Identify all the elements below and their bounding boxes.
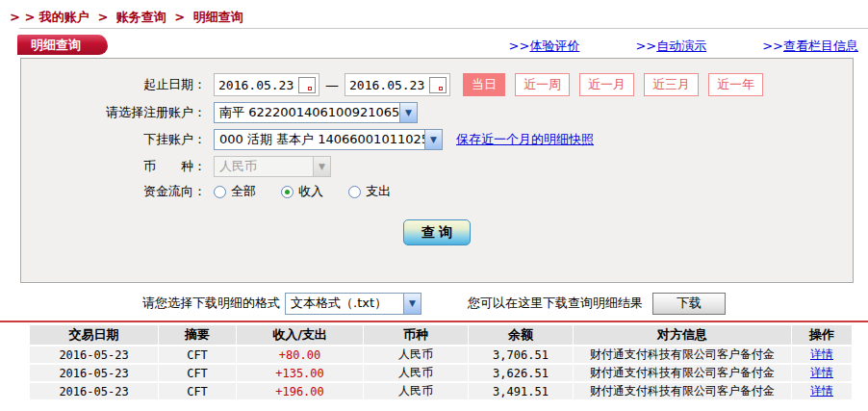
- link-view-column-info[interactable]: >>查看栏目信息: [762, 38, 858, 55]
- flow-radio-expense[interactable]: 支出: [348, 183, 391, 200]
- cell-counterparty: 财付通支付科技有限公司客户备付金: [574, 347, 791, 363]
- breadcrumb-divider: [19, 28, 868, 29]
- breadcrumb-item-my-account[interactable]: 我的账户: [39, 10, 89, 24]
- cell-balance: 3,706.51: [469, 347, 573, 363]
- table-top-divider: [0, 321, 868, 322]
- col-header-date: 交易日期: [30, 325, 158, 345]
- breadcrumb-separator: >: [97, 10, 108, 24]
- cell-currency: 人民币: [364, 383, 468, 399]
- calendar-icon-today-dot: [439, 87, 443, 90]
- calendar-icon[interactable]: [298, 77, 316, 93]
- page: > > 我的账户 > 账务查询 > 明细查询 明细查询 >>体验评价 >>自动演…: [0, 0, 868, 411]
- download-row: 请您选择下载明细的格式 文本格式（.txt） ▼ 您可以在这里下载查询明细结果 …: [0, 291, 868, 316]
- flow-option-label: 收入: [298, 183, 323, 200]
- flow-radio-income[interactable]: 收入: [281, 183, 323, 200]
- range-week-button[interactable]: 近一周: [515, 73, 570, 96]
- cell-summary: CFT: [159, 347, 236, 363]
- cell-currency: 人民币: [364, 365, 468, 381]
- col-header-counterparty: 对方信息: [574, 325, 791, 345]
- flow-option-label: 全部: [231, 183, 256, 200]
- link-label: 体验评价: [529, 39, 579, 53]
- cell-date: 2016-05-23: [30, 383, 158, 399]
- registered-account-row: 请选择注册账户： 南平 6222001406100921065 灵通卡 ▼: [21, 102, 853, 123]
- detail-link[interactable]: 详情: [810, 347, 833, 361]
- table-row: 2016-05-23 CFT +196.00 人民币 3,491.51 财付通支…: [30, 383, 852, 399]
- cell-amount: +80.00: [237, 347, 363, 363]
- currency-select-disabled: 人民币 ▼: [214, 156, 331, 177]
- cell-counterparty: 财付通支付科技有限公司客户备付金: [574, 383, 791, 399]
- detail-link[interactable]: 详情: [810, 384, 833, 398]
- cell-balance: 3,491.51: [469, 383, 573, 399]
- sub-account-select[interactable]: 000 活期 基本户 1406600101102571848 ▼: [214, 129, 443, 150]
- range-today-button[interactable]: 当日: [463, 73, 505, 96]
- download-format-select[interactable]: 文本格式（.txt） ▼: [285, 293, 421, 315]
- link-label: 查看栏目信息: [783, 39, 858, 53]
- registered-account-label: 请选择注册账户：: [21, 104, 206, 121]
- radio-checked-icon[interactable]: [281, 186, 294, 198]
- breadcrumb-item-account-query[interactable]: 账务查询: [116, 10, 166, 24]
- cell-action: 详情: [792, 365, 852, 381]
- breadcrumb-separator: >: [174, 10, 185, 24]
- detail-link[interactable]: 详情: [810, 366, 833, 379]
- range-year-button[interactable]: 近一年: [708, 73, 763, 96]
- radio-icon[interactable]: [214, 186, 226, 198]
- sub-account-value: 000 活期 基本户 1406600101102571848: [215, 131, 424, 148]
- flow-radio-all[interactable]: 全部: [214, 183, 256, 200]
- col-header-action: 操作: [792, 325, 852, 345]
- chevron-down-icon: ▼: [313, 157, 330, 176]
- link-auto-demo[interactable]: >>自动演示: [635, 38, 706, 55]
- calendar-icon-today-dot: [308, 87, 312, 90]
- registered-account-select[interactable]: 南平 6222001406100921065 灵通卡 ▼: [214, 102, 418, 123]
- header-links: >>体验评价 >>自动演示 >>查看栏目信息: [509, 38, 868, 55]
- date-to-input[interactable]: [349, 77, 424, 92]
- cell-counterparty: 财付通支付科技有限公司客户备付金: [574, 365, 791, 381]
- currency-row: 币 种： 人民币 ▼: [21, 156, 853, 177]
- breadcrumb-item-detail-query[interactable]: 明细查询: [193, 10, 243, 24]
- download-button[interactable]: 下载: [652, 293, 726, 315]
- registered-account-value: 南平 6222001406100921065 灵通卡: [215, 104, 399, 121]
- date-from-field[interactable]: [214, 73, 319, 96]
- date-to-field[interactable]: [345, 73, 450, 96]
- currency-value: 人民币: [215, 158, 313, 175]
- sub-account-label: 下挂账户：: [21, 131, 206, 148]
- col-header-currency: 币种: [364, 325, 468, 345]
- link-prefix: >>: [635, 39, 656, 53]
- chevron-down-icon[interactable]: ▼: [403, 294, 421, 314]
- link-experience-review[interactable]: >>体验评价: [509, 38, 580, 55]
- date-from-input[interactable]: [218, 77, 294, 92]
- breadcrumb: > > 我的账户 > 账务查询 > 明细查询: [0, 0, 868, 23]
- col-header-summary: 摘要: [159, 325, 236, 345]
- transactions-table: 交易日期 摘要 收入/支出 币种 余额 对方信息 操作 2016-05-23 C…: [29, 323, 853, 401]
- table-row: 2016-05-23 CFT +135.00 人民币 3,626.51 财付通支…: [30, 365, 852, 381]
- calendar-icon[interactable]: [429, 77, 447, 93]
- currency-label: 币 种：: [21, 158, 206, 175]
- link-prefix: >>: [762, 39, 783, 53]
- section-header: 明细查询 >>体验评价 >>自动演示 >>查看栏目信息: [0, 34, 868, 55]
- table-row: 2016-05-23 CFT +80.00 人民币 3,706.51 财付通支付…: [30, 347, 852, 363]
- range-month-button[interactable]: 近一月: [579, 73, 634, 96]
- col-header-balance: 余额: [469, 325, 573, 345]
- fund-flow-radio-group: 全部 收入 支出: [214, 183, 391, 200]
- table-header-row: 交易日期 摘要 收入/支出 币种 余额 对方信息 操作: [30, 325, 852, 345]
- cell-balance: 3,626.51: [469, 365, 573, 381]
- download-hint: 您可以在这里下载查询明细结果: [468, 295, 643, 312]
- page-title-tab: 明细查询: [17, 35, 108, 55]
- date-range-label: 起止日期：: [21, 76, 206, 93]
- sub-account-row: 下挂账户： 000 活期 基本户 1406600101102571848 ▼ 保…: [21, 129, 853, 150]
- download-format-value: 文本格式（.txt）: [286, 295, 403, 312]
- date-range-row: 起止日期： — 当日 近一周 近一月 近三月 近一年: [21, 73, 853, 96]
- cell-summary: CFT: [159, 383, 236, 399]
- save-snapshot-link[interactable]: 保存近一个月的明细快照: [456, 131, 594, 148]
- cell-summary: CFT: [159, 365, 236, 381]
- col-header-amount: 收入/支出: [237, 325, 363, 345]
- radio-icon[interactable]: [348, 186, 361, 198]
- cell-amount: +196.00: [237, 383, 363, 399]
- query-button[interactable]: 查 询: [403, 219, 471, 245]
- chevron-down-icon[interactable]: ▼: [424, 130, 442, 149]
- cell-date: 2016-05-23: [30, 365, 158, 381]
- cell-action: 详情: [792, 383, 852, 399]
- date-range-dash: —: [325, 77, 339, 92]
- range-quarter-button[interactable]: 近三月: [644, 73, 699, 96]
- cell-currency: 人民币: [364, 347, 468, 363]
- chevron-down-icon[interactable]: ▼: [399, 103, 417, 122]
